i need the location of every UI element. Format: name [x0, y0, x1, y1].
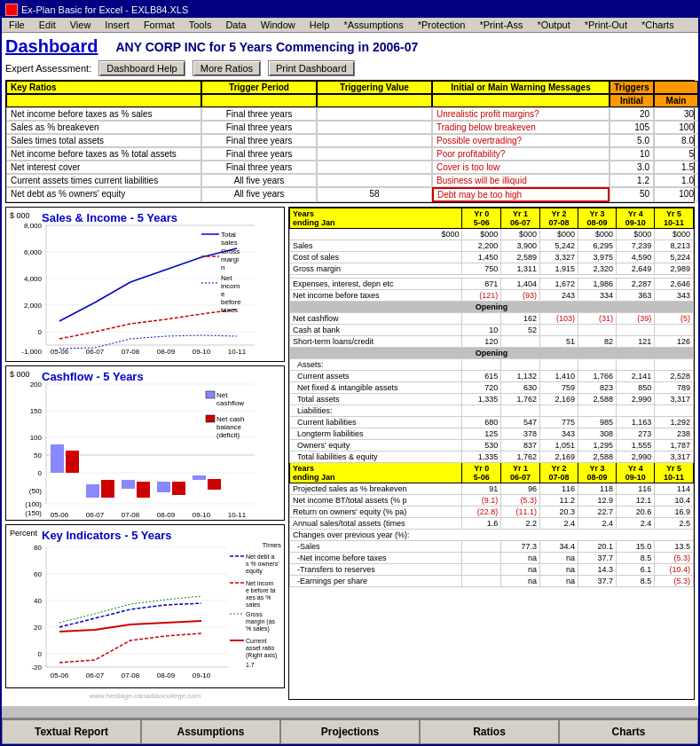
print-dashboard-button[interactable]: Print Dashboard — [268, 60, 355, 76]
cashflow-chart: $ 000 Cashflow - 5 Years 200 150 100 50 — [5, 365, 285, 521]
changes-label: Changes over previous year (%): — [290, 530, 694, 541]
key-ratios-header: Key Ratios — [6, 81, 201, 94]
menu-help[interactable]: Help — [306, 19, 334, 31]
svg-text:Times: Times — [263, 541, 281, 549]
svg-text:06-07: 06-07 — [86, 511, 105, 519]
svg-text:05-06: 05-06 — [51, 511, 69, 519]
svg-text:s % owners': s % owners' — [246, 561, 279, 567]
svg-text:0: 0 — [38, 328, 43, 336]
tab-textual-report[interactable]: Textual Report — [2, 719, 141, 744]
tab-projections[interactable]: Projections — [280, 719, 420, 744]
menu-edit[interactable]: Edit — [35, 19, 59, 31]
svg-text:150: 150 — [30, 407, 43, 415]
breakeven-label: Projected sales as % breakeven — [290, 483, 462, 495]
menu-format[interactable]: Format — [140, 19, 178, 31]
main-header — [654, 81, 698, 94]
triggering-value-header: Triggering Value — [317, 81, 432, 94]
current-assets-label: Current assets — [290, 371, 462, 382]
menu-data[interactable]: Data — [222, 19, 249, 31]
svg-text:09-10: 09-10 — [193, 511, 211, 519]
svg-rect-53 — [51, 444, 64, 473]
svg-text:09-10: 09-10 — [193, 348, 211, 356]
menu-insert[interactable]: Insert — [101, 19, 133, 31]
key-indicators-chart: Percent Key Indicators - 5 Years Times 8… — [5, 524, 285, 688]
tab-ratios[interactable]: Ratios — [420, 719, 559, 744]
yr0-header: Yr 05-06 — [462, 208, 501, 229]
svg-text:07-08: 07-08 — [122, 671, 140, 679]
lt-liab-label: Longterm liabilities — [290, 428, 462, 440]
svg-text:% sales): % sales) — [246, 625, 270, 632]
yr2-header: Yr 207-08 — [539, 208, 578, 229]
dashboard-help-button[interactable]: Dashboard Help — [98, 60, 185, 76]
table-row: Cash at bank 1052 — [290, 325, 694, 336]
sales-yr2: 5,242 — [539, 240, 578, 252]
charts-column: $ 000 Sales & Income - 5 Years 8,000 6 — [5, 207, 285, 700]
table-row: Sales times total assets Final three yea… — [6, 134, 694, 147]
more-ratios-button[interactable]: More Ratios — [193, 60, 261, 76]
svg-text:incom: incom — [221, 282, 240, 290]
svg-rect-59 — [101, 480, 114, 498]
table-row: Cost of sales 1,4502,5893,3273,9754,5905… — [290, 252, 694, 263]
svg-text:05-06: 05-06 — [51, 671, 69, 679]
menu-view[interactable]: View — [67, 19, 95, 31]
dashboard-header: Dashboard ANY CORP INC for 5 Years Comme… — [5, 36, 695, 57]
table-row: Net income before taxes as % sales Final… — [6, 107, 694, 121]
key-chart-svg: Times 80 60 40 20 0 -20 — [6, 525, 285, 688]
svg-rect-60 — [137, 482, 150, 498]
current-liab-label: Current liabilities — [290, 417, 462, 428]
svg-text:06-07: 06-07 — [86, 671, 105, 679]
sales-yr0: 2,200 — [462, 240, 501, 252]
table-row: Gross margin 7501,3111,9152,3202,6492,98… — [290, 263, 694, 275]
svg-text:(50): (50) — [29, 487, 43, 495]
svg-text:xes as %: xes as % — [246, 594, 271, 601]
svg-text:-1,000: -1,000 — [21, 348, 42, 356]
yr5-header: Yr 510-11 — [655, 208, 694, 229]
menu-protection[interactable]: *Protection — [414, 19, 469, 31]
menu-print-ass[interactable]: *Print-Ass — [476, 19, 526, 31]
tab-charts[interactable]: Charts — [559, 719, 698, 744]
menu-print-out[interactable]: *Print-Out — [581, 19, 631, 31]
svg-text:08-09: 08-09 — [157, 511, 176, 519]
nibt-assets-label: Net income BT/total assets (% p — [290, 495, 462, 506]
content-area: Dashboard ANY CORP INC for 5 Years Comme… — [2, 33, 698, 706]
table-row: Total assets 1,3351,7622,1692,5882,9903,… — [290, 394, 694, 405]
sales-assets-label: Annual sales/total assets (times — [290, 518, 462, 530]
svg-text:Net: Net — [216, 391, 228, 399]
svg-text:09-10: 09-10 — [193, 671, 211, 679]
bottom-nav: Textual Report Assumptions Projections R… — [2, 718, 698, 744]
svg-text:Net: Net — [221, 274, 232, 282]
svg-text:asset ratio: asset ratio — [246, 645, 274, 651]
table-row: -Sales 77.334.420.115.013.5 — [290, 541, 694, 553]
menu-bar: File Edit View Insert Format Tools Data … — [2, 18, 698, 33]
svg-text:07-08: 07-08 — [122, 348, 140, 356]
table-row: -Net income before taxes nana37.78.5(5.3… — [290, 553, 694, 564]
menu-tools[interactable]: Tools — [185, 19, 216, 31]
stloans-label: Short-term loans/credit — [290, 336, 462, 348]
expert-row: Expert Assessment: Dashboard Help More R… — [5, 60, 695, 76]
years-header: Yearsending Jan — [290, 208, 462, 229]
menu-window[interactable]: Window — [257, 19, 299, 31]
yr1-header: Yr 106-07 — [501, 208, 540, 229]
menu-output[interactable]: *Output — [533, 19, 573, 31]
svg-text:20: 20 — [34, 624, 42, 632]
svg-text:10-11: 10-11 — [228, 348, 247, 356]
svg-text:e before ta: e before ta — [246, 587, 276, 593]
roe-label: Return on owners' equity (% pa) — [290, 506, 462, 518]
menu-file[interactable]: File — [5, 19, 28, 31]
menu-charts[interactable]: *Charts — [638, 19, 678, 31]
table-row: -Transfers to reserves nana14.36.1(10.4) — [290, 564, 694, 576]
svg-text:0: 0 — [38, 650, 43, 658]
table-row: Net interest cover Final three years Cov… — [6, 161, 694, 174]
table-row: Current liabilities 6805477759851,1631,2… — [290, 417, 694, 428]
sales-income-chart: $ 000 Sales & Income - 5 Years 8,000 6 — [5, 207, 285, 362]
fixed-assets-label: Net fixed & intangible assets — [290, 382, 462, 394]
svg-text:-20: -20 — [31, 664, 42, 671]
sales-yr1: 3,900 — [501, 240, 540, 252]
svg-text:50: 50 — [34, 452, 42, 459]
svg-text:8,000: 8,000 — [24, 222, 43, 230]
svg-text:08-09: 08-09 — [157, 671, 176, 679]
svg-text:margi: margi — [221, 255, 239, 263]
tab-assumptions[interactable]: Assumptions — [141, 719, 280, 744]
menu-assumptions[interactable]: *Assumptions — [340, 19, 406, 31]
svg-text:1.7: 1.7 — [246, 662, 255, 668]
